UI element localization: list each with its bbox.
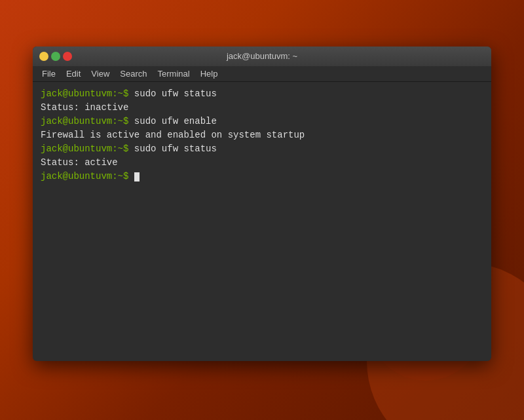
terminal-line-1: jack@ubuntuvm:~$ sudo ufw status bbox=[41, 87, 483, 101]
terminal-line-6: Status: active bbox=[41, 156, 483, 170]
terminal-content[interactable]: jack@ubuntuvm:~$ sudo ufw status Status:… bbox=[33, 82, 491, 361]
prompt-2: jack@ubuntuvm:~$ bbox=[41, 116, 128, 126]
output-2: Firewall is active and enabled on system… bbox=[41, 130, 305, 140]
maximize-button[interactable] bbox=[51, 52, 60, 61]
cmd-3: sudo ufw status bbox=[128, 143, 216, 154]
menu-edit[interactable]: Edit bbox=[62, 67, 84, 80]
terminal-line-3: jack@ubuntuvm:~$ sudo ufw enable bbox=[41, 115, 483, 128]
menu-file[interactable]: File bbox=[38, 67, 60, 80]
minimize-button[interactable] bbox=[39, 52, 48, 61]
menu-view[interactable]: View bbox=[87, 67, 113, 80]
terminal-line-4: Firewall is active and enabled on system… bbox=[41, 128, 483, 142]
window-title: jack@ubuntuvm: ~ bbox=[227, 51, 297, 61]
prompt-1: jack@ubuntuvm:~$ bbox=[41, 88, 128, 99]
cursor bbox=[134, 172, 140, 181]
prompt-3: jack@ubuntuvm:~$ bbox=[41, 143, 128, 154]
window-controls bbox=[39, 52, 72, 61]
output-1: Status: inactive bbox=[41, 102, 128, 113]
cmd-2: sudo ufw enable bbox=[128, 116, 216, 126]
title-bar: jack@ubuntuvm: ~ bbox=[33, 47, 491, 66]
prompt-current: jack@ubuntuvm:~$ bbox=[41, 171, 134, 181]
output-3: Status: active bbox=[41, 157, 118, 168]
menu-help[interactable]: Help bbox=[196, 67, 222, 80]
terminal-window: jack@ubuntuvm: ~ File Edit View Search T… bbox=[33, 47, 491, 361]
menu-search[interactable]: Search bbox=[116, 67, 151, 80]
menu-terminal[interactable]: Terminal bbox=[154, 67, 194, 80]
cmd-1: sudo ufw status bbox=[128, 88, 216, 99]
menu-bar: File Edit View Search Terminal Help bbox=[33, 66, 491, 82]
close-button[interactable] bbox=[63, 52, 72, 61]
terminal-line-7: jack@ubuntuvm:~$ bbox=[41, 170, 483, 183]
terminal-line-5: jack@ubuntuvm:~$ sudo ufw status bbox=[41, 142, 483, 156]
terminal-line-2: Status: inactive bbox=[41, 101, 483, 115]
